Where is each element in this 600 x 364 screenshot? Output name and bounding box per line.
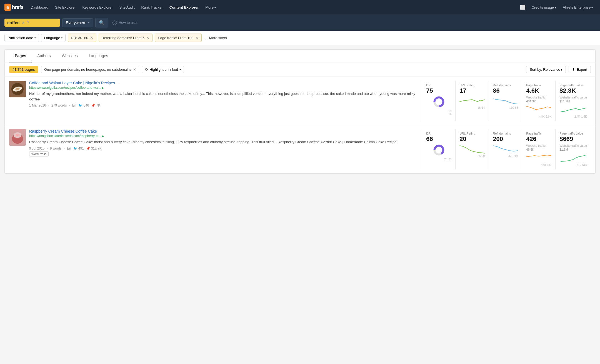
url-rating-value-2: 20 [459, 136, 485, 142]
tab-authors[interactable]: Authors [32, 50, 56, 62]
domain-filter-close[interactable]: ✕ [133, 67, 136, 72]
filters-bar: Publication date Language DR: 30–80 ✕ Re… [0, 31, 600, 45]
domain-filter-label: One page per domain, no homepages, no su… [44, 67, 131, 72]
nav-site-audit[interactable]: Site Audit [117, 4, 138, 11]
metric-ref-domains-1: Ref. domains 86 110 85 [489, 81, 522, 121]
page-traffic-label-2: Page traffic [526, 132, 551, 135]
referring-domains-close[interactable]: ✕ [146, 36, 149, 40]
result-words-1: 279 words [51, 103, 67, 107]
language-filter[interactable]: Language [41, 34, 66, 42]
main-nav: a hrefs Dashboard Site Explorer Keywords… [0, 0, 600, 14]
logo[interactable]: a hrefs [4, 4, 23, 11]
result-url-1[interactable]: https://www.nigella.com/recipes/coffee-a… [29, 86, 419, 90]
result-url-2[interactable]: https://omgchocolatedesserts.com/raspber… [29, 134, 419, 138]
referring-domains-label: Referring domains: From 5 [102, 36, 145, 40]
dr-label-2: DR [426, 132, 451, 135]
metric-ref-domains-2: Ref. domains 200 268 201 [489, 129, 522, 169]
tabs: Pages Authors Websites Languages [5, 50, 595, 62]
result-desc-1: Neither of my grandmothers, nor indeed m… [29, 91, 419, 102]
pinterest-count-2[interactable]: 📌 312.7K [86, 146, 102, 150]
search-input-wrap[interactable]: coffee ✕ ? [4, 19, 60, 27]
main-card: Pages Authors Websites Languages 41,742 … [4, 49, 596, 174]
dr-filter-tag: DR: 30–80 ✕ [68, 34, 96, 42]
pinterest-count-1[interactable]: 📌 7K [91, 103, 100, 107]
nav-rank-tracker[interactable]: Rank Tracker [139, 4, 166, 11]
search-button[interactable]: 🔍 [95, 18, 108, 27]
help-icon[interactable]: ? [27, 21, 29, 25]
twitter-count-1[interactable]: 🐦 646 [78, 103, 89, 107]
website-traffic-value-label-2: Website traffic value [559, 144, 587, 147]
website-traffic-value-1: 404.3K [526, 100, 551, 103]
nav-site-explorer[interactable]: Site Explorer [52, 4, 78, 11]
domain-filter-tag: One page per domain, no homepages, no su… [41, 66, 139, 73]
website-traffic-value-val-1: $11.7M [559, 100, 587, 103]
page-traffic-close[interactable]: ✕ [195, 36, 199, 40]
sort-button[interactable]: Sort by: Relevance [526, 66, 566, 73]
metric-page-traffic-2: Page traffic 426 Website traffic 46.5K 4… [522, 129, 555, 169]
page-traffic-value-2: 426 [526, 136, 551, 142]
nav-keywords-explorer[interactable]: Keywords Explorer [79, 4, 115, 11]
page-traffic-value-val-2: $669 [559, 136, 587, 142]
result-title-1[interactable]: Coffee and Walnut Layer Cake | Nigella's… [29, 81, 419, 85]
ref-domains-value-2: 200 [493, 136, 518, 142]
referring-domains-filter-tag: Referring domains: From 5 ✕ [99, 34, 153, 42]
nav-content-explorer[interactable]: Content Explorer [167, 4, 201, 11]
scope-dropdown[interactable]: Everywhere [62, 18, 93, 27]
export-icon: ⬇ [572, 67, 575, 72]
metric-page-traffic-1: Page traffic 4.6K Website traffic 404.3K… [522, 81, 555, 121]
url-arrow-icon-2: ▶ [102, 135, 104, 138]
dr-label-1: DR [426, 84, 451, 87]
dr-donut-1 [426, 96, 451, 108]
result-thumb-1 [9, 81, 26, 97]
tab-languages[interactable]: Languages [83, 50, 114, 62]
ref-domains-label-2: Ref. domains [493, 132, 518, 135]
results-count-badge: 41,742 pages [9, 66, 38, 73]
result-item-2: Raspberry Cream Cheese Coffee Cake https… [5, 125, 595, 173]
search-icons: ✕ ? [22, 21, 29, 25]
dr-value-2: 66 [426, 136, 451, 142]
export-label: Export [577, 67, 587, 72]
search-bar: coffee ✕ ? Everywhere 🔍 ? How to use [0, 14, 600, 31]
monitor-icon[interactable]: ⬜ [518, 3, 528, 12]
tab-pages[interactable]: Pages [9, 50, 32, 62]
highlight-unlinked-btn[interactable]: ⟳ Highlight unlinked [142, 66, 184, 73]
result-title-2[interactable]: Raspberry Cream Cheese Coffee Cake [29, 129, 419, 133]
publication-date-filter[interactable]: Publication date [4, 34, 39, 42]
more-filters-btn[interactable]: + More filters [204, 34, 229, 42]
nav-credits[interactable]: Credits usage [529, 4, 559, 11]
result-date-1: 1 Mar 2016 [29, 103, 46, 107]
twitter-count-2[interactable]: 🐦 491 [73, 146, 84, 150]
how-to-use[interactable]: ? How to use [112, 21, 137, 25]
page-traffic-value-1: 4.6K [526, 87, 551, 94]
website-traffic-label-1: Website traffic [526, 96, 551, 99]
tab-websites[interactable]: Websites [56, 50, 83, 62]
metric-page-traffic-value-2: Page traffic value $669 Website traffic … [555, 129, 591, 169]
nav-more[interactable]: More [202, 4, 218, 11]
page-traffic-label: Page traffic: From 100 [158, 36, 193, 40]
result-desc-2: Raspberry Cream Cheese Coffee Cake: mois… [29, 139, 419, 145]
dr-filter-close[interactable]: ✕ [90, 36, 93, 40]
website-traffic-value-2: 46.5K [526, 148, 551, 151]
metric-dr-1: DR 75 18 14 [422, 81, 455, 121]
metrics-2: DR 66 25 20 URL Rating [422, 129, 591, 169]
website-traffic-value-label-1: Website traffic value [559, 96, 587, 99]
how-to-use-label: How to use [119, 21, 137, 25]
main-content: Pages Authors Websites Languages 41,742 … [0, 45, 600, 178]
highlight-icon: ⟳ [145, 67, 148, 72]
clear-icon[interactable]: ✕ [22, 21, 25, 25]
nav-right: ⬜ Credits usage Ahrefs Enterprise [518, 3, 596, 12]
result-main-1: Coffee and Walnut Layer Cake | Nigella's… [29, 81, 419, 107]
page-traffic-value-val-1: $2.3K [559, 87, 587, 94]
page-traffic-value-label-1: Page traffic value [559, 84, 587, 87]
result-thumb-2 [9, 129, 26, 146]
result-meta-2: 9 Jul 2015 · 9 words · En 🐦 491 📌 312.7K [29, 146, 419, 150]
dr-value-1: 75 [426, 87, 451, 94]
page-traffic-label-1: Page traffic [526, 84, 551, 87]
logo-text: hrefs [12, 4, 24, 10]
result-lang-2: En [67, 146, 71, 150]
page-traffic-filter-tag: Page traffic: From 100 ✕ [155, 34, 201, 42]
export-button[interactable]: ⬇ Export [569, 66, 591, 73]
nav-dashboard[interactable]: Dashboard [28, 4, 51, 11]
metric-dr-2: DR 66 25 20 [422, 129, 455, 169]
nav-enterprise[interactable]: Ahrefs Enterprise [560, 4, 596, 11]
